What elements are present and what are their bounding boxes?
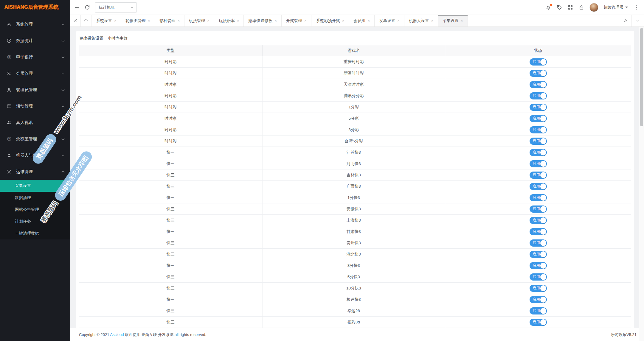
status-toggle[interactable]: 启用 — [530, 104, 547, 111]
status-cell: 启用 — [445, 260, 631, 271]
close-icon[interactable]: × — [342, 19, 344, 23]
refresh-icon[interactable] — [84, 4, 90, 10]
version-label: 乐游娱乐V5.21 — [611, 332, 637, 337]
ascloud-link[interactable]: Ascloud — [110, 332, 124, 337]
tab-item[interactable]: 赔率快速修改× — [244, 15, 282, 27]
home-tab-button[interactable] — [81, 15, 91, 27]
sidebar-item[interactable]: 活动管理 — [0, 98, 70, 114]
toggle-label: 启用 — [533, 127, 540, 132]
tab-item[interactable]: 发单设置× — [375, 15, 404, 27]
type-cell: 快三 — [79, 203, 262, 215]
kebab-menu-icon[interactable] — [633, 4, 639, 10]
sidebar-subitem[interactable]: 网站公告管理 — [0, 204, 70, 216]
status-toggle[interactable]: 启用 — [530, 126, 547, 133]
status-toggle[interactable]: 启用 — [530, 239, 547, 247]
tabs-scroll-right-button[interactable] — [619, 15, 631, 27]
tab-item[interactable]: 系统设置× — [91, 15, 121, 27]
status-cell: 启用 — [445, 271, 631, 283]
sidebar-item[interactable]: 数据统计 — [0, 32, 70, 49]
user-menu[interactable]: 超级管理员 — [603, 5, 629, 10]
game-cell: 10分快3 — [262, 283, 445, 294]
table-row: 快三河北快3启用 — [79, 158, 631, 169]
status-toggle[interactable]: 启用 — [530, 172, 547, 179]
status-toggle[interactable]: 启用 — [530, 183, 547, 190]
sidebar-subitem[interactable]: 一键清理数据 — [0, 228, 70, 239]
tag-icon[interactable] — [556, 4, 562, 10]
status-toggle[interactable]: 启用 — [530, 285, 547, 292]
status-toggle[interactable]: 启用 — [530, 205, 547, 213]
status-toggle[interactable]: 启用 — [530, 228, 547, 235]
status-toggle[interactable]: 启用 — [530, 217, 547, 224]
status-toggle[interactable]: 启用 — [530, 262, 547, 269]
sidebar-item-label: 系统管理 — [16, 22, 62, 27]
close-icon[interactable]: × — [304, 19, 307, 23]
collapse-sidebar-icon[interactable] — [74, 4, 80, 10]
sidebar-item[interactable]: $电子银行 — [0, 49, 70, 65]
close-icon[interactable]: × — [114, 19, 117, 23]
status-toggle[interactable]: 启用 — [530, 307, 547, 314]
tab-item[interactable]: 开奖管理× — [282, 15, 311, 27]
toggle-knob — [540, 229, 546, 235]
table-row: 快三贵州快3启用 — [79, 237, 631, 249]
close-icon[interactable]: × — [368, 19, 370, 23]
tab-item[interactable]: 系统彩预开奖× — [311, 15, 349, 27]
nav-select[interactable]: 统计概况 — [95, 2, 137, 13]
topbar-right: 超级管理员 — [545, 3, 640, 12]
status-toggle[interactable]: 启用 — [530, 149, 547, 156]
status-toggle[interactable]: 启用 — [530, 251, 547, 258]
sidebar-subitem[interactable]: 计划任务 — [0, 216, 70, 228]
close-icon[interactable]: × — [397, 19, 400, 23]
close-icon[interactable]: × — [148, 19, 150, 23]
close-icon[interactable]: × — [431, 19, 433, 23]
sidebar-item[interactable]: 管理员管理 — [0, 82, 70, 98]
status-toggle[interactable]: 启用 — [530, 58, 547, 66]
tab-item[interactable]: 机器人设置× — [404, 15, 438, 27]
sidebar-item[interactable]: 真人视讯 — [0, 114, 70, 131]
tab-item[interactable]: 玩法管理× — [184, 15, 214, 27]
status-toggle[interactable]: 启用 — [530, 92, 547, 99]
close-icon[interactable]: × — [207, 19, 210, 23]
status-toggle[interactable]: 启用 — [530, 160, 547, 167]
lock-icon[interactable] — [578, 4, 584, 10]
sidebar-item-label: 电子银行 — [16, 55, 62, 60]
sidebar-item[interactable]: 系统管理 — [0, 16, 70, 32]
game-cell: 江苏快3 — [262, 147, 445, 158]
content-scrollbar[interactable] — [639, 27, 644, 341]
close-icon[interactable]: × — [461, 19, 463, 23]
status-toggle[interactable]: 启用 — [530, 70, 547, 77]
toggle-label: 启用 — [533, 263, 540, 268]
avatar[interactable] — [589, 3, 598, 12]
sidebar-menu: 系统管理数据统计$电子银行会员管理管理员管理活动管理真人视讯¥余额宝管理机器人与… — [0, 14, 70, 341]
status-toggle[interactable]: 启用 — [530, 138, 547, 145]
sidebar-item[interactable]: 机器人与发单 — [0, 147, 70, 164]
tab-item[interactable]: 会员组× — [349, 15, 375, 27]
status-toggle[interactable]: 启用 — [530, 319, 547, 326]
status-toggle[interactable]: 启用 — [530, 81, 547, 88]
sidebar-subitem[interactable]: 数据清理 — [0, 192, 70, 204]
toggle-label: 启用 — [533, 218, 540, 223]
status-toggle[interactable]: 启用 — [530, 273, 547, 281]
close-icon[interactable]: × — [178, 19, 180, 23]
tab-label: 机器人设置 — [409, 18, 429, 24]
tab-item[interactable]: 采集设置× — [438, 15, 468, 27]
tabs-scroll-left-button[interactable] — [70, 15, 81, 27]
sidebar-subitem[interactable]: 采集设置 — [0, 180, 70, 192]
fullscreen-icon[interactable] — [567, 4, 573, 10]
tab-item[interactable]: 玩法赔率× — [214, 15, 244, 27]
sidebar-item[interactable]: ¥余额宝管理 — [0, 131, 70, 147]
table-row: 时时彩3分彩启用 — [79, 124, 631, 136]
close-icon[interactable]: × — [237, 19, 239, 23]
sidebar-item[interactable]: 运维管理 — [0, 164, 70, 180]
status-toggle[interactable]: 启用 — [530, 115, 547, 122]
tab-item[interactable]: 轮播图管理× — [121, 15, 155, 27]
bell-icon[interactable] — [545, 4, 551, 10]
status-toggle[interactable]: 启用 — [530, 194, 547, 201]
status-toggle[interactable]: 启用 — [530, 296, 547, 303]
scrollbar-thumb[interactable] — [640, 28, 643, 126]
caret-down-icon — [131, 7, 134, 10]
close-icon[interactable]: × — [274, 19, 277, 23]
sidebar-item[interactable]: 会员管理 — [0, 65, 70, 82]
type-cell: 快三 — [79, 305, 262, 317]
tab-item[interactable]: 彩种管理× — [155, 15, 185, 27]
tabs-menu-button[interactable] — [631, 15, 644, 27]
